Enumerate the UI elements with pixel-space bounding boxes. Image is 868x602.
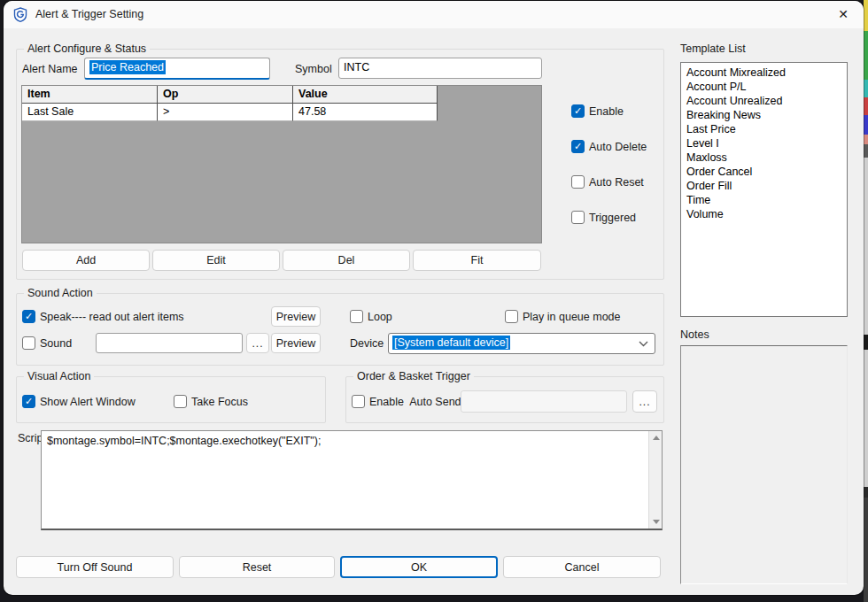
window-title: Alert & Trigger Setting xyxy=(35,8,143,20)
list-item[interactable]: Account Unrealized xyxy=(681,94,847,108)
take-focus-checkbox[interactable] xyxy=(174,395,187,408)
conditions-table[interactable]: Item Op Value Last Sale > 47.58 xyxy=(21,85,542,243)
triggered-checkbox-label: Triggered xyxy=(589,212,636,224)
list-item[interactable]: Volume xyxy=(681,207,847,221)
speak-checkbox[interactable]: ✓ xyxy=(22,310,35,323)
sound-file-input[interactable] xyxy=(96,333,243,353)
auto-reset-checkbox-label: Auto Reset xyxy=(589,176,644,189)
alert-name-value: Price Reached xyxy=(89,60,166,74)
sound-checkbox[interactable] xyxy=(22,336,35,350)
list-item[interactable]: Level I xyxy=(681,136,847,150)
add-button[interactable]: Add xyxy=(22,250,150,271)
list-item[interactable]: Time xyxy=(681,193,847,207)
app-shield-icon xyxy=(13,7,27,22)
sound-browse-button[interactable]: ... xyxy=(246,333,269,353)
reset-button[interactable]: Reset xyxy=(179,556,335,578)
take-focus-checkbox-row: Take Focus xyxy=(174,395,248,408)
background-strip-segment xyxy=(864,31,868,80)
device-combobox[interactable]: [System default device] xyxy=(388,333,655,354)
cancel-button[interactable]: Cancel xyxy=(503,556,661,578)
script-textarea[interactable]: $montage.symbol=INTC;$montage.exechotkey… xyxy=(41,430,663,530)
list-item[interactable]: Order Fill xyxy=(681,179,847,193)
chevron-down-icon xyxy=(639,341,648,347)
alert-name-label: Alert Name xyxy=(22,63,78,75)
order-basket-browse-button[interactable]: ... xyxy=(632,390,657,413)
background-strip-segment xyxy=(864,498,868,602)
title-bar[interactable]: Alert & Trigger Setting ✕ xyxy=(4,1,864,28)
screen: Alert & Trigger Setting ✕ Alert Configur… xyxy=(0,0,868,602)
auto-delete-checkbox[interactable]: ✓ xyxy=(571,140,585,153)
loop-checkbox[interactable] xyxy=(350,310,363,323)
list-item[interactable]: Account Mixrealized xyxy=(681,66,847,80)
script-scrollbar[interactable] xyxy=(648,431,662,529)
enable-checkbox[interactable]: ✓ xyxy=(571,104,585,118)
order-basket-input[interactable] xyxy=(461,390,627,413)
visual-action-group-label: Visual Action xyxy=(24,370,94,382)
queue-mode-checkbox-row: Play in queue mode xyxy=(505,310,621,323)
auto-delete-checkbox-label: Auto Delete xyxy=(589,141,647,153)
column-header-value[interactable]: Value xyxy=(293,86,438,104)
turn-off-sound-button[interactable]: Turn Off Sound xyxy=(16,556,174,578)
column-header-item[interactable]: Item xyxy=(22,86,158,104)
checkmark-icon: ✓ xyxy=(574,106,582,116)
checkmark-icon: ✓ xyxy=(574,142,582,151)
list-item[interactable]: Account P/L xyxy=(681,80,847,94)
show-alert-window-checkbox-row: ✓ Show Alert Window xyxy=(22,395,136,408)
notes-box[interactable] xyxy=(680,345,848,584)
show-alert-window-checkbox[interactable]: ✓ xyxy=(22,395,35,408)
edit-button[interactable]: Edit xyxy=(152,250,280,271)
scroll-up-icon[interactable] xyxy=(649,431,663,444)
auto-reset-checkbox-row: Auto Reset xyxy=(571,175,644,189)
enable-auto-send-checkbox[interactable] xyxy=(352,395,365,408)
cell-value[interactable]: 47.58 xyxy=(293,104,438,121)
speak-checkbox-label: Speak---- read out alert items xyxy=(40,311,184,323)
speak-checkbox-row: ✓ Speak---- read out alert items xyxy=(22,310,184,323)
queue-mode-checkbox[interactable] xyxy=(505,310,518,323)
cell-op[interactable]: > xyxy=(158,104,293,121)
background-strip-segment xyxy=(864,335,868,350)
fit-button[interactable]: Fit xyxy=(413,250,541,271)
sound-checkbox-label: Sound xyxy=(40,337,72,350)
symbol-label: Symbol xyxy=(295,63,332,75)
alert-configure-group-label: Alert Configure & Status xyxy=(24,42,150,55)
preview-sound-button[interactable]: Preview xyxy=(271,333,321,353)
alert-name-input[interactable]: Price Reached xyxy=(84,58,270,80)
notes-label: Notes xyxy=(680,328,709,341)
order-basket-trigger-group-label: Order & Basket Trigger xyxy=(353,370,474,382)
triggered-checkbox[interactable] xyxy=(571,211,585,224)
table-row[interactable]: Last Sale > 47.58 xyxy=(22,104,541,121)
background-strip-segment xyxy=(864,80,868,97)
sound-action-group-label: Sound Action xyxy=(24,287,97,299)
sound-checkbox-row: Sound xyxy=(22,336,72,350)
scroll-down-icon[interactable] xyxy=(649,515,663,529)
enable-auto-send-label: Enable Auto Send xyxy=(369,396,461,408)
background-strip-segment xyxy=(864,97,868,115)
background-strip-segment xyxy=(864,487,868,498)
ok-button[interactable]: OK xyxy=(340,556,498,578)
auto-delete-checkbox-row: ✓ Auto Delete xyxy=(571,140,647,153)
list-item[interactable]: Breaking News xyxy=(681,108,847,122)
list-item[interactable]: Order Cancel xyxy=(681,165,847,179)
del-button[interactable]: Del xyxy=(283,250,410,271)
background-strip-segment xyxy=(864,0,868,31)
script-text: $montage.symbol=INTC;$montage.exechotkey… xyxy=(47,435,644,447)
list-item[interactable]: Maxloss xyxy=(681,150,847,165)
list-item[interactable]: Last Price xyxy=(681,122,847,136)
conditions-table-header: Item Op Value xyxy=(22,86,541,104)
triggered-checkbox-row: Triggered xyxy=(571,211,636,224)
alert-trigger-dialog: Alert & Trigger Setting ✕ Alert Configur… xyxy=(4,1,864,595)
symbol-input[interactable]: INTC xyxy=(338,58,542,79)
background-strip-segment xyxy=(864,350,868,487)
close-icon[interactable]: ✕ xyxy=(832,4,855,24)
template-listbox[interactable]: Account Mixrealized Account P/L Account … xyxy=(680,62,848,317)
checkmark-icon: ✓ xyxy=(25,397,33,406)
auto-reset-checkbox[interactable] xyxy=(571,175,585,189)
queue-mode-checkbox-label: Play in queue mode xyxy=(523,311,621,323)
column-header-op[interactable]: Op xyxy=(158,86,293,104)
cell-item[interactable]: Last Sale xyxy=(22,104,158,121)
preview-speak-button[interactable]: Preview xyxy=(271,306,321,327)
loop-checkbox-row: Loop xyxy=(350,310,392,323)
loop-checkbox-label: Loop xyxy=(368,311,392,323)
checkmark-icon: ✓ xyxy=(25,312,33,321)
sound-action-group: Sound Action xyxy=(16,293,664,366)
